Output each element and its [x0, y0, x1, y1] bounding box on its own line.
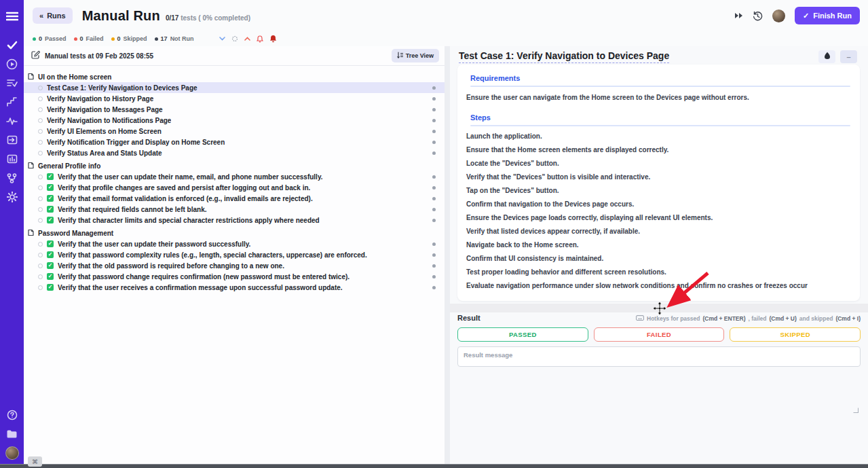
test-case-row[interactable]: ✓ Verify that email format validation is… [24, 193, 445, 204]
back-to-runs-button[interactable]: « Runs [33, 7, 73, 24]
caret-up-icon[interactable] [244, 37, 250, 41]
case-menu-dot[interactable] [432, 86, 436, 90]
milestones-inbox-icon[interactable] [0, 130, 24, 149]
step-text: Ensure the Devices page loads correctly,… [466, 215, 850, 221]
case-menu-dot[interactable] [432, 108, 436, 111]
case-menu-dot[interactable] [432, 286, 436, 289]
check-emoji-icon: ✓ [47, 262, 54, 269]
case-menu-dot[interactable] [432, 97, 436, 101]
suite-row[interactable]: UI on the Home screen [24, 71, 445, 82]
document-icon [28, 160, 34, 172]
test-case-row[interactable]: ✓ Verify that password change requires c… [24, 271, 445, 282]
test-case-row[interactable]: ✓ Verify that character limits and speci… [24, 215, 445, 226]
check-emoji-icon: ✓ [47, 217, 54, 223]
user-avatar-header[interactable] [772, 10, 785, 22]
status-counters: 0Passed 0Failed 0Skipped 17Not Run [33, 35, 202, 42]
tree-view-button[interactable]: Tree View [392, 49, 439, 62]
status-counter: 0Passed [33, 35, 67, 42]
test-case-row[interactable]: Test Case 1: Verify Navigation to Device… [24, 82, 445, 93]
test-case-row[interactable]: ✓ Verify that the user can update their … [24, 171, 445, 182]
test-case-row[interactable]: ✓ Verify that the old password is requir… [24, 260, 445, 271]
passed-button[interactable]: PASSED [457, 327, 588, 342]
chevrons-left-icon: « [39, 12, 43, 20]
case-menu-dot[interactable] [432, 219, 436, 222]
step-text: Locate the "Devices" button. [466, 160, 850, 167]
test-runs-play-icon[interactable] [0, 54, 24, 73]
tests-check-icon[interactable] [0, 35, 24, 54]
edit-run-icon[interactable] [31, 50, 40, 62]
filter-gear-icon[interactable] [231, 35, 238, 42]
step-text: Confirm that UI consistency is maintaine… [466, 255, 850, 262]
test-case-row[interactable]: ✓ Verify that profile changes are saved … [24, 182, 445, 193]
left-rail [0, 0, 24, 468]
traceability-branch-icon[interactable] [0, 168, 24, 187]
test-case-list: UI on the Home screen Test Case 1: Verif… [24, 66, 445, 293]
test-case-row[interactable]: Verify Navigation to History Page [24, 93, 445, 104]
bell-filled-icon[interactable] [269, 35, 277, 43]
textarea-resize-grip[interactable] [853, 408, 858, 413]
settings-gear-icon[interactable] [0, 187, 24, 206]
status-circle-icon [38, 96, 43, 101]
status-circle-icon [38, 129, 43, 134]
menu-icon[interactable] [0, 7, 24, 26]
test-tree-panel: Manual tests at 09 Feb 2025 08:55 Tree V… [24, 46, 445, 464]
history-icon[interactable] [753, 11, 763, 21]
case-menu-dot[interactable] [432, 275, 436, 278]
result-message-input[interactable] [457, 346, 861, 367]
skipped-button[interactable]: SKIPPED [730, 327, 861, 342]
stats-bar: 0Passed 0Failed 0Skipped 17Not Run [24, 31, 868, 46]
command-key-badge: ⌘ [28, 456, 42, 467]
case-menu-dot[interactable] [432, 242, 436, 246]
check-emoji-icon: ✓ [47, 195, 54, 202]
ink-drop-button[interactable] [818, 50, 835, 63]
check-emoji-icon: ✓ [47, 240, 54, 247]
suite-row[interactable]: Password Management [24, 228, 445, 238]
test-case-row[interactable]: ✓ Verify that password complexity rules … [24, 249, 445, 260]
shared-steps-icon[interactable] [0, 92, 24, 111]
collapse-button[interactable]: – [840, 50, 857, 63]
test-case-row[interactable]: Verify Status Area and Stats Update [24, 147, 445, 158]
test-plans-icon[interactable] [0, 73, 24, 92]
result-heading: Result [457, 314, 480, 322]
bell-outline-icon[interactable] [257, 35, 263, 43]
step-text: Test proper loading behavior and differe… [466, 269, 850, 276]
test-case-title[interactable]: Test Case 1: Verify Navigation to Device… [459, 50, 669, 63]
case-menu-dot[interactable] [432, 186, 436, 190]
finish-run-button[interactable]: ✓ Finish Run [795, 7, 860, 24]
case-menu-dot[interactable] [432, 175, 436, 179]
check-emoji-icon: ✓ [47, 206, 54, 213]
suite-row[interactable]: General Profile info [24, 160, 445, 171]
test-case-row[interactable]: ✓ Verify that the user can update their … [24, 238, 445, 249]
chevron-down-icon[interactable] [219, 37, 225, 41]
defects-pulse-icon[interactable] [0, 111, 24, 130]
case-menu-dot[interactable] [432, 130, 436, 133]
reports-chart-icon[interactable] [0, 149, 24, 168]
case-menu-dot[interactable] [432, 119, 436, 122]
case-menu-dot[interactable] [432, 197, 436, 200]
user-avatar[interactable] [0, 444, 24, 463]
steps-heading: Steps [470, 113, 850, 122]
project-folder-icon[interactable] [0, 425, 24, 444]
case-menu-dot[interactable] [432, 151, 436, 155]
test-case-row[interactable]: ✓ Verify that required fields cannot be … [24, 204, 445, 215]
test-case-row[interactable]: Verify UI Elements on Home Screen [24, 126, 445, 137]
page-title: Manual Run [82, 8, 160, 24]
status-circle-icon [38, 175, 43, 179]
step-text: Ensure that the Home screen elements are… [466, 147, 850, 154]
test-case-row[interactable]: Verify Navigation to Notifications Page [24, 115, 445, 126]
test-case-body-card: Requirements Ensure the user can navigat… [457, 65, 860, 301]
case-menu-dot[interactable] [432, 253, 436, 257]
test-case-row[interactable]: Verify Notification Trigger and Display … [24, 137, 445, 147]
status-dot [33, 37, 36, 41]
status-counter: 0Skipped [111, 35, 147, 42]
status-circle-icon [38, 285, 43, 290]
failed-button[interactable]: FAILED [594, 327, 725, 342]
skip-forward-icon[interactable] [734, 12, 743, 19]
test-case-row[interactable]: ✓ Verify that the user receives a confir… [24, 282, 445, 293]
case-menu-dot[interactable] [432, 141, 436, 144]
help-icon[interactable] [0, 406, 24, 425]
test-case-row[interactable]: Verify Navigation to Messages Page [24, 104, 445, 115]
case-menu-dot[interactable] [432, 208, 436, 211]
status-circle-icon [38, 218, 43, 223]
case-menu-dot[interactable] [432, 264, 436, 268]
